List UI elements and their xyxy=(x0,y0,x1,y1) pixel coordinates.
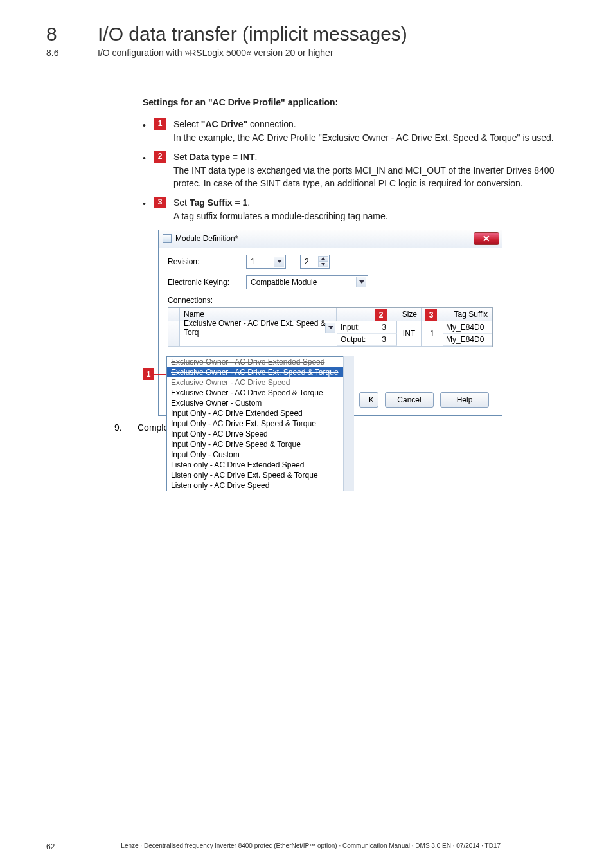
ok-button[interactable]: K xyxy=(359,392,378,408)
connection-dropdown[interactable]: Exclusive Owner - AC Drive Extended Spee… xyxy=(166,356,354,491)
connection-name-value: Exclusive Owner - AC Drive Ext. Speed & … xyxy=(184,319,333,337)
io-input-label: Input: xyxy=(337,321,371,334)
col-tag-suffix: 3 Tag Suffix xyxy=(422,308,492,321)
row-selector[interactable] xyxy=(168,321,180,346)
keying-value: Compatible Module xyxy=(251,278,317,287)
section-title: I/O configuration with »RSLogix 5000« ve… xyxy=(98,48,333,58)
tag-column: My_E84D0 My_E84D0 xyxy=(443,321,492,346)
keying-combo[interactable]: Compatible Module xyxy=(246,275,368,289)
badge-3: 3 xyxy=(154,197,166,208)
revision-minor-value: 2 xyxy=(305,257,309,266)
page-number: 62 xyxy=(46,842,55,851)
help-button[interactable]: Help xyxy=(440,392,489,408)
bullet-3-bold: Tag Suffix = 1 xyxy=(190,197,247,208)
callout-line-1 xyxy=(154,374,166,375)
window-icon xyxy=(163,234,172,243)
titlebar[interactable]: Module Definition* ✕ xyxy=(159,230,502,248)
bullet-1: • 1 Select "AC Drive" connection. In the… xyxy=(143,118,567,145)
bullet-1-bold: "AC Drive" xyxy=(201,119,247,129)
revision-major-value: 1 xyxy=(251,257,255,266)
tag-output-value: My_E84D0 xyxy=(443,334,492,346)
bullet-1-desc: In the example, the AC Drive Profile "Ex… xyxy=(173,132,567,145)
bullet-2-pre: Set xyxy=(173,152,190,162)
bullet-3-desc: A tag suffix formulates a module-describ… xyxy=(173,210,567,223)
io-output-label: Output: xyxy=(337,334,371,346)
chevron-down-icon[interactable] xyxy=(274,257,284,267)
cancel-button[interactable]: Cancel xyxy=(385,392,434,408)
step-9-number: 9. xyxy=(114,422,127,433)
dd-item[interactable]: Listen only - AC Drive Speed xyxy=(167,480,353,491)
tag-input-value: My_E84D0 xyxy=(443,321,492,334)
dd-item[interactable]: Exclusive Owner - AC Drive Extended Spee… xyxy=(167,357,353,367)
connection-name-combo[interactable]: Exclusive Owner - AC Drive Ext. Speed & … xyxy=(180,321,337,334)
connections-label: Connections: xyxy=(168,296,493,305)
revision-minor-spinner[interactable]: 2 xyxy=(300,255,330,269)
size-output-value: 3 xyxy=(371,334,397,346)
bullet-3: • 3 Set Tag Suffix = 1. A tag suffix for… xyxy=(143,197,567,223)
revision-label: Revision: xyxy=(168,257,237,266)
window-title: Module Definition* xyxy=(175,234,238,243)
callout-badge-3: 3 xyxy=(425,309,437,321)
module-definition-window: Module Definition* ✕ Revision: 1 2 El xyxy=(158,230,502,416)
dropdown-scrollbar[interactable] xyxy=(343,356,354,491)
callout-badge-2: 2 xyxy=(375,309,387,321)
chapter-title: I/O data transfer (implicit messages) xyxy=(98,23,407,45)
spinner-up-icon[interactable] xyxy=(318,256,328,262)
chevron-down-icon[interactable] xyxy=(325,323,335,333)
bullet-3-post: . xyxy=(247,197,250,208)
connections-grid: Name 2 Size Size 3 Tag Suffix xyxy=(168,307,493,347)
chapter-number: 8 xyxy=(46,23,69,45)
revision-major-combo[interactable]: 1 xyxy=(246,255,286,269)
badge-2: 2 xyxy=(154,151,166,163)
dd-item[interactable]: Input Only - Custom xyxy=(167,449,353,460)
footer-text: Lenze · Decentralised frequency inverter… xyxy=(55,842,567,851)
io-column: Input: Output: xyxy=(337,321,371,346)
callout-badge-1: 1 xyxy=(143,368,154,380)
bullet-1-pre: Select xyxy=(173,119,201,129)
bullet-2: • 2 Set Data type = INT. The INT data ty… xyxy=(143,151,567,190)
type-cell[interactable]: INT xyxy=(397,321,422,346)
dd-item[interactable]: Listen only - AC Drive Extended Speed xyxy=(167,460,353,470)
bullet-2-bold: Data type = INT xyxy=(190,152,255,162)
grid-row: Exclusive Owner - AC Drive Ext. Speed & … xyxy=(168,321,492,347)
dd-item[interactable]: Exclusive Owner - Custom xyxy=(167,398,353,408)
tag-suffix-cell[interactable]: 1 xyxy=(422,321,443,346)
badge-1: 1 xyxy=(154,118,166,130)
bullet-2-post: . xyxy=(254,152,257,162)
bullet-2-desc: The INT data type is exchanged via the p… xyxy=(173,165,567,190)
dd-item-selected[interactable]: Exclusive Owner - AC Drive Ext. Speed & … xyxy=(167,367,353,377)
page-footer: 62 Lenze · Decentralised frequency inver… xyxy=(46,842,567,851)
dd-item[interactable]: Input Only - AC Drive Extended Speed xyxy=(167,408,353,419)
dd-item[interactable]: Exclusive Owner - AC Drive Speed xyxy=(167,377,353,388)
section-number: 8.6 xyxy=(46,48,69,58)
keying-label: Electronic Keying: xyxy=(168,278,237,287)
close-button[interactable]: ✕ xyxy=(474,232,499,245)
module-definition-screenshot: 1 Module Definition* ✕ Revision: 1 2 xyxy=(143,230,502,416)
chevron-down-icon[interactable] xyxy=(356,277,366,287)
dd-item[interactable]: Listen only - AC Drive Ext. Speed & Torq… xyxy=(167,470,353,480)
size-input-value: 3 xyxy=(371,321,397,334)
spinner-down-icon[interactable] xyxy=(318,262,328,267)
bullet-3-pre: Set xyxy=(173,197,190,208)
divider-dashline: _ _ _ _ _ _ _ _ _ _ _ _ _ _ _ _ _ _ _ _ … xyxy=(46,73,567,84)
bullet-1-post: connection. xyxy=(247,119,296,129)
dd-item[interactable]: Input Only - AC Drive Speed xyxy=(167,429,353,439)
settings-heading: Settings for an "AC Drive Profile" appli… xyxy=(143,96,567,109)
dd-item[interactable]: Exclusive Owner - AC Drive Speed & Torqu… xyxy=(167,388,353,398)
dd-item[interactable]: Input Only - AC Drive Speed & Torque xyxy=(167,439,353,449)
col-size: 2 Size Size xyxy=(371,308,422,321)
size-column: 3 3 xyxy=(371,321,397,346)
dd-item[interactable]: Input Only - AC Drive Ext. Speed & Torqu… xyxy=(167,419,353,429)
